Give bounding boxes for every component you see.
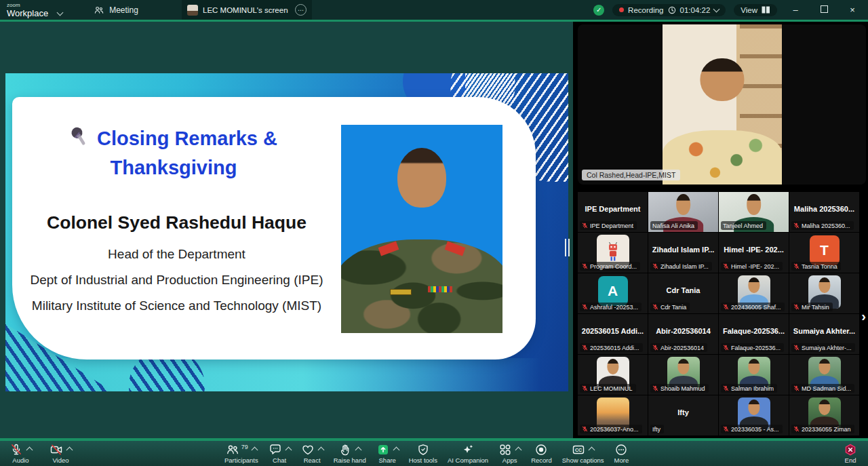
view-button[interactable]: View	[734, 4, 777, 16]
participant-name: 202536015 Addi...	[581, 314, 644, 347]
gallery-tile[interactable]: Tanjeel Ahmed	[719, 192, 789, 232]
video-options-caret[interactable]	[66, 447, 73, 454]
gallery-tile[interactable]: Himel -IPE- 202...Himel -IPE- 202...	[719, 233, 789, 273]
participants-icon	[226, 443, 239, 457]
gallery-tile[interactable]: 202536015 Addi...202536015 Addi...	[578, 314, 648, 354]
timer-chevron-icon[interactable]	[713, 6, 720, 13]
apps-caret[interactable]	[515, 447, 522, 454]
muted-mic-icon	[723, 385, 729, 391]
gallery-tile[interactable]: Maliha 2025360...Maliha 2025360...	[789, 192, 859, 232]
gallery-tile[interactable]: MD Sadman Sid...	[789, 355, 859, 395]
participant-label: MD Sadman Sid...	[791, 384, 854, 393]
participant-name: Falaque-202536...	[722, 314, 785, 347]
gallery-tile[interactable]: IftyIfty	[648, 395, 718, 435]
ai-companion-button[interactable]: AI Companion	[448, 443, 488, 464]
participant-name: Ifty	[652, 395, 715, 429]
zoom-title-bar: zoom Workplace Meeting LEC MOMINUL's scr…	[0, 0, 868, 20]
participant-label: Mir Tahsin	[791, 303, 833, 311]
gallery-tile[interactable]: 202436005 Shaf...	[719, 273, 789, 313]
end-button[interactable]: End	[844, 443, 857, 464]
audio-button[interactable]: Audio	[9, 443, 32, 464]
avatar-initial: T	[810, 235, 840, 265]
participant-label: 202536015 Addi...	[580, 343, 643, 352]
gallery-tile[interactable]: Nafisa Ali Anika	[648, 192, 718, 232]
participant-label: Program Coord...	[580, 262, 640, 271]
participant-label: Sumaiya Akhter-...	[791, 343, 855, 352]
presenter-name: Colonel Syed Rashedul Haque	[5, 212, 348, 233]
tab-shared-screen[interactable]: LEC MOMINUL's screen ⋯	[182, 0, 312, 20]
meeting-timer: 01:04:22	[680, 6, 711, 14]
gallery-tile[interactable]: 202336035 - As...	[719, 395, 789, 435]
gallery-tile[interactable]: Zihadul Islam IP...Zihadul Islam IP...	[648, 233, 718, 273]
participant-label: Nafisa Ali Anika	[650, 221, 698, 230]
tab-meeting[interactable]: Meeting	[94, 5, 138, 16]
chevron-down-icon[interactable]	[57, 9, 64, 16]
gallery-tile[interactable]: Falaque-202536...Falaque-202536...	[719, 314, 789, 354]
gallery-tile[interactable]: Salman Ibrahim	[719, 355, 789, 395]
share-caret[interactable]	[393, 447, 399, 454]
maximize-button[interactable]	[814, 5, 834, 15]
raise-hand-caret[interactable]	[355, 447, 362, 454]
minimize-button[interactable]: –	[785, 5, 806, 15]
gallery-tile[interactable]: TTasnia Tonna	[789, 233, 859, 273]
gallery-tile[interactable]: Abir-202536014Abir-202536014	[648, 314, 718, 354]
gallery-tile[interactable]: Sumaiya Akhter...Sumaiya Akhter-...	[789, 314, 859, 354]
apps-button[interactable]: Apps	[498, 443, 521, 464]
muted-mic-icon	[793, 304, 800, 310]
end-meeting-icon	[844, 443, 857, 457]
participant-label: Ifty	[650, 425, 664, 433]
gallery-tile[interactable]: Program Coord...	[578, 233, 648, 273]
participant-name: Himel -IPE- 202...	[722, 233, 785, 266]
presenter-photo-head	[397, 148, 446, 208]
record-button[interactable]: Record	[531, 443, 552, 464]
tab-options-icon[interactable]: ⋯	[295, 4, 307, 16]
gallery-tile[interactable]: LEC MOMINUL	[578, 355, 648, 395]
panel-drag-handle[interactable]	[565, 239, 570, 256]
participant-label: Cdr Tania	[650, 303, 690, 311]
participant-label: Zihadul Islam IP...	[650, 262, 712, 271]
gallery-tile[interactable]: Shoaib Mahmud	[648, 355, 718, 395]
recording-status[interactable]: Recording 01:04:22	[612, 4, 726, 16]
gallery-tile[interactable]: Mir Tahsin	[789, 273, 859, 313]
raise-hand-button[interactable]: Raise hand	[334, 443, 366, 464]
record-icon	[534, 443, 548, 457]
gallery-tile[interactable]: 202336055 Ziman	[789, 395, 859, 435]
participants-caret[interactable]	[251, 447, 258, 454]
shield-icon	[416, 443, 430, 457]
show-captions-button[interactable]: CC Show captions	[562, 443, 604, 464]
close-button[interactable]: ×	[842, 5, 863, 15]
next-page-chevron[interactable]: ›	[861, 309, 866, 323]
react-button[interactable]: React	[301, 443, 323, 464]
participant-label: 202336035 - As...	[721, 425, 783, 433]
audio-options-caret[interactable]	[26, 447, 33, 454]
chat-button[interactable]: Chat	[269, 443, 291, 464]
chat-caret[interactable]	[285, 447, 292, 454]
react-caret[interactable]	[317, 447, 324, 454]
people-icon	[94, 5, 104, 16]
status-bar: ✓ Recording 01:04:22 View – ×	[593, 0, 868, 20]
captions-caret[interactable]	[589, 447, 595, 454]
active-speaker-tile[interactable]: Col Rashed,Head-IPE,MIST	[578, 24, 866, 185]
gallery-tile[interactable]: AAshraful -20253...	[578, 273, 648, 313]
participant-label: Ashraful -20253...	[580, 303, 642, 311]
clock-icon	[668, 6, 676, 14]
participant-name: Maliha 2025360...	[793, 192, 856, 225]
speaker-name-tag: Col Rashed,Head-IPE,MIST	[582, 170, 680, 180]
gallery-tile[interactable]: IPE DepartmentIPE Department	[578, 192, 648, 232]
gallery-tile[interactable]: 202536037-Ano...	[578, 395, 648, 435]
zoom-wordmark: zoom	[7, 3, 62, 8]
share-button[interactable]: Share	[376, 443, 399, 464]
muted-mic-icon	[652, 345, 658, 351]
participant-label: 202436005 Shaf...	[721, 303, 785, 311]
slide-title-line2: Thanksgiving	[111, 157, 237, 178]
participant-label: Himel -IPE- 202...	[721, 262, 783, 271]
gallery-tile[interactable]: Cdr TaniaCdr Tania	[648, 273, 718, 313]
participants-button[interactable]: 79 Participants	[224, 443, 258, 464]
more-button[interactable]: More	[614, 443, 629, 464]
video-button[interactable]: Video	[50, 443, 72, 464]
host-tools-button[interactable]: Host tools	[409, 443, 437, 464]
security-shield-icon[interactable]: ✓	[593, 5, 604, 16]
slide-title-line1: Closing Remarks &	[97, 128, 277, 149]
meeting-toolbar: Audio Video 79 Participants Chat	[0, 441, 868, 466]
participant-label: 202336055 Ziman	[791, 425, 854, 433]
